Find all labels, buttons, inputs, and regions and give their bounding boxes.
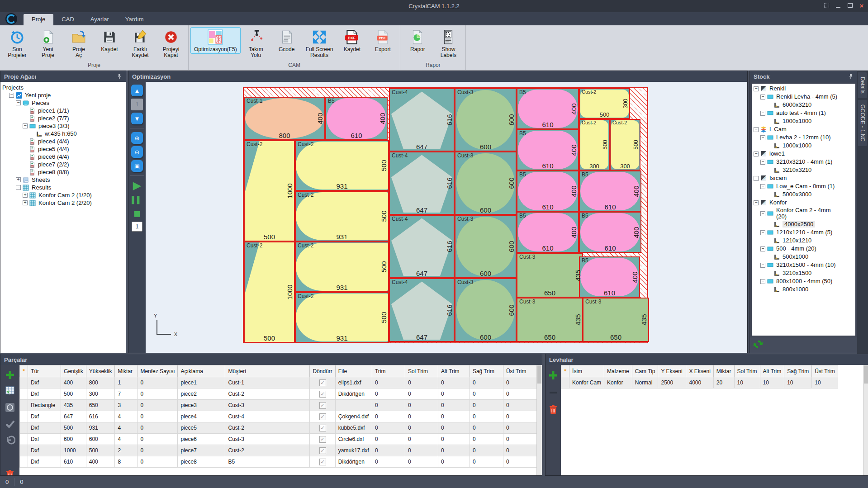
tree-item[interactable]: +Sheets xyxy=(0,176,126,184)
expand-toggle-icon[interactable]: + xyxy=(16,177,21,182)
collapse-toggle-icon[interactable]: − xyxy=(754,176,759,181)
layout-piece-cust-3[interactable]: Cust-3650435 xyxy=(517,253,583,298)
column-header[interactable]: Üst Trim xyxy=(812,365,838,377)
delete-sheet-icon[interactable] xyxy=(547,404,559,416)
table-row[interactable]: Konfor CamKonforNormal250040002010101010 xyxy=(561,377,838,389)
tree-item[interactable]: −3210x3210 - 4mm (1) xyxy=(752,158,855,166)
tray-icon[interactable] xyxy=(823,2,830,9)
table-row[interactable]: Dxf40080010piece1Cust-1✓elips1.dxf00000 xyxy=(20,377,537,389)
row-selector[interactable] xyxy=(20,434,28,445)
tree-item[interactable]: −Yeni proje xyxy=(0,91,126,99)
tree-item[interactable]: 1000x1000 xyxy=(752,117,855,125)
tree-item[interactable]: 1210x1210 xyxy=(752,237,855,245)
layout-piece-cust-3[interactable]: Cust-3650435 xyxy=(583,298,649,342)
layout-piece-b5[interactable]: B5610400 xyxy=(517,129,579,171)
collapse-toggle-icon[interactable]: − xyxy=(760,230,765,235)
layout-piece-cust-1[interactable]: Cust-1800400 xyxy=(244,97,325,140)
rotate-checkbox[interactable]: ✓ xyxy=(319,459,326,465)
dxf-button[interactable]: DXFKaydet xyxy=(337,27,367,54)
tree-item[interactable]: −auto test - 4mm (1) xyxy=(752,109,855,117)
row-selector[interactable] xyxy=(561,377,569,389)
layout-piece-b5[interactable]: B5610400 xyxy=(579,212,641,253)
column-header[interactable]: Sol Trim xyxy=(734,365,760,377)
toolpath-button[interactable]: Takım Yolu xyxy=(241,27,271,60)
collapse-toggle-icon[interactable]: − xyxy=(754,86,759,91)
tree-item[interactable]: +Konfor Cam 2 (1/20) xyxy=(0,191,126,199)
collapse-toggle-icon[interactable]: − xyxy=(760,211,765,216)
undo-icon[interactable] xyxy=(4,435,16,445)
collapse-toggle-icon[interactable]: − xyxy=(754,200,759,205)
column-header[interactable]: Üst Trim xyxy=(503,365,537,377)
tree-item[interactable]: piece4 (4/4) xyxy=(0,137,126,145)
collapse-toggle-icon[interactable]: − xyxy=(9,93,14,98)
pdf-button[interactable]: PDFExport xyxy=(367,27,398,54)
menu-tab-yardım[interactable]: Yardım xyxy=(117,14,152,25)
column-header[interactable]: Döndürr xyxy=(310,365,335,377)
saveas-button[interactable]: Farklı Kaydet xyxy=(125,27,156,60)
add-sheet-icon[interactable] xyxy=(547,370,559,381)
tree-item[interactable]: −Pieces xyxy=(0,99,126,107)
zoom-in-button[interactable]: ⊕ xyxy=(131,132,143,144)
tree-item[interactable]: w:435 h:650 xyxy=(0,130,126,137)
collapse-toggle-icon[interactable]: − xyxy=(760,95,765,99)
tree-item[interactable]: piece2 (7/7) xyxy=(0,114,126,122)
fullscreen-button[interactable]: Full Screen Results xyxy=(302,27,337,60)
tree-item[interactable]: −Konfor Cam 2 - 4mm (20) xyxy=(752,207,855,220)
column-header[interactable]: Trim xyxy=(372,365,405,377)
expand-toggle-icon[interactable]: + xyxy=(23,200,28,205)
layout-piece-cust-4[interactable]: Cust-4647616 xyxy=(389,152,455,215)
layout-piece-cust-2[interactable]: Cust-25001000 xyxy=(244,242,295,343)
row-selector[interactable] xyxy=(20,456,28,468)
optimize-button[interactable]: Optimizasyon(F5) xyxy=(190,27,241,54)
table-row[interactable]: Dxf50093140piece5Cust-2✓kubbe5.dxf00000 xyxy=(20,422,537,434)
table-row[interactable]: Rectangle43565030piece3Cust-3✓00000 xyxy=(20,400,537,411)
refresh-icon[interactable] xyxy=(753,339,764,351)
pin-icon[interactable] xyxy=(117,74,122,79)
layout-canvas[interactable]: Cust-1800400B5610400Cust-25001000Cust-25… xyxy=(146,82,747,353)
layout-piece-b5[interactable]: B5610400 xyxy=(325,97,388,140)
add-piece-icon[interactable] xyxy=(4,370,16,380)
tree-item[interactable]: −Renkli xyxy=(752,85,855,93)
column-header[interactable]: Sağ Trim xyxy=(784,365,812,377)
pause-button[interactable]: ▌▌ xyxy=(131,194,143,205)
column-header[interactable]: File xyxy=(335,365,372,377)
row-selector[interactable] xyxy=(20,411,28,422)
column-header[interactable]: Sağ Trim xyxy=(470,365,503,377)
collapse-toggle-icon[interactable]: − xyxy=(760,160,765,165)
tree-item[interactable]: 3210x3210 xyxy=(752,166,855,174)
column-header[interactable]: X Ekseni xyxy=(686,365,713,377)
layout-piece-cust-2[interactable]: Cust-2500300 xyxy=(579,88,630,119)
tree-item[interactable]: 1000x1000 xyxy=(752,142,855,150)
collapse-toggle-icon[interactable]: − xyxy=(23,123,28,128)
layout-piece-cust-2[interactable]: Cust-2931500 xyxy=(295,292,389,343)
levhalar-scrollbar[interactable] xyxy=(863,365,868,475)
layout-piece-cust-2[interactable]: Cust-2931500 xyxy=(295,191,389,242)
recent-button[interactable]: Son Projeler xyxy=(2,27,33,60)
column-header[interactable]: * xyxy=(561,365,569,377)
column-header[interactable]: Menfez Sayısı xyxy=(138,365,178,377)
tree-item[interactable]: −L Cam xyxy=(752,125,855,133)
cutting-sheet[interactable]: Cust-1800400B5610400Cust-25001000Cust-25… xyxy=(243,87,648,343)
row-selector[interactable] xyxy=(20,400,28,411)
tree-item[interactable]: −Konfor xyxy=(752,199,855,207)
delete-piece-icon[interactable] xyxy=(4,469,16,475)
rotate-checkbox[interactable]: ✓ xyxy=(319,391,326,398)
newdoc-button[interactable]: Yeni Proje xyxy=(33,27,63,60)
layout-piece-cust-2[interactable]: Cust-25001000 xyxy=(244,140,295,242)
column-header[interactable]: Tür xyxy=(28,365,61,377)
menu-tab-proje[interactable]: Proje xyxy=(24,14,53,25)
row-selector[interactable] xyxy=(20,377,28,389)
fit-view-button[interactable]: ▣ xyxy=(131,160,143,172)
layout-piece-cust-3[interactable]: Cust-3600600 xyxy=(455,278,517,342)
maximize-icon[interactable] xyxy=(846,2,854,9)
expand-toggle-icon[interactable]: + xyxy=(23,193,28,198)
row-selector[interactable] xyxy=(20,389,28,400)
table-row[interactable]: Dxf50030070piece2Cust-2✓Dikdörtgen00000 xyxy=(20,389,537,400)
collapse-toggle-icon[interactable]: − xyxy=(16,185,21,190)
tree-item[interactable]: −Low_e Cam - 0mm (1) xyxy=(752,182,855,190)
minimize-icon[interactable] xyxy=(835,2,842,9)
collapse-toggle-icon[interactable]: − xyxy=(754,127,759,132)
tree-item[interactable]: 3210x1500 xyxy=(752,269,855,277)
tree-item[interactable]: piece1 (1/1) xyxy=(0,107,126,114)
table-row[interactable]: Dxf60060040piece6Cust-3✓Circle6.dxf00000 xyxy=(20,434,537,445)
